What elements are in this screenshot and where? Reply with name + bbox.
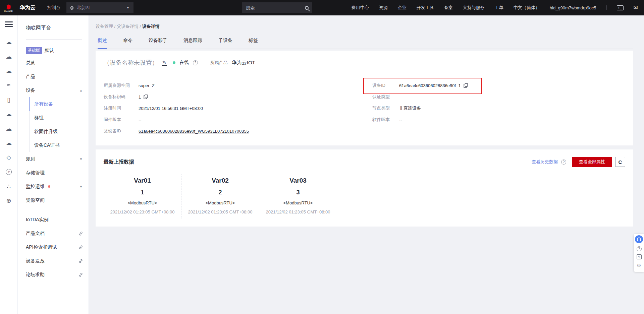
online-status-dot [173,61,175,64]
sidebar-item-storage[interactable]: 存储管理 [18,166,89,180]
field-value: 非直连设备 [399,105,421,111]
edit-name-icon[interactable]: ✎ [162,60,167,66]
tile-type: <ModbusRTU> [259,200,337,205]
field-parent-device-id: 父设备ID 61a6ea4c603606028836e90f_WG593LL07… [104,125,372,137]
huawei-logo-icon[interactable]: HUAWEI [4,4,13,12]
product-link[interactable]: 华为云IOT [232,60,255,66]
sidebar-item-label: 软固件升级 [34,129,58,135]
ip-address-icon[interactable]: IP [0,165,17,179]
view-history-link[interactable]: 查看历史数据 [532,159,558,165]
tab-device-shadow[interactable]: 设备影子 [149,38,167,49]
region-selector[interactable]: 北京四 ▼ [66,2,133,13]
sidebar-item-device-provisioning[interactable]: 设备发放 [18,254,89,268]
sidebar-item-label: API检索和调试 [26,244,57,250]
satisfaction-smiley-icon[interactable]: ☺ [636,262,642,268]
sidebar-item-firmware-upgrade[interactable]: 软固件升级 [29,125,89,138]
floating-helper-bar: ? ✎ ☺ [634,234,644,272]
menu-enterprise[interactable]: 企业 [398,5,407,11]
tab-child-devices[interactable]: 子设备 [218,38,232,49]
sidebar-item-products[interactable]: 产品 [18,70,89,83]
device-info-card: （设备名称未设置） ✎ 在线 ? 所属产品 华为云IOT 所属资源空间 supe… [96,51,633,145]
breadcrumb-current: 设备详情 [142,24,160,29]
cli-terminal-icon[interactable]: >_ [617,5,624,10]
customer-service-icon[interactable] [635,235,643,243]
tab-commands[interactable]: 命令 [123,38,132,49]
divider [41,5,41,10]
sidebar-item-devices[interactable]: 设备 ▲ [18,83,89,97]
sidebar-item-groups[interactable]: 群组 [29,111,89,125]
cloud-dots-icon[interactable]: ☁ [0,49,17,64]
cluster-icon[interactable]: ∴ [0,179,17,193]
cloud-upload-icon[interactable]: ☁ [0,121,17,136]
breadcrumb-parent-device[interactable]: 父设备详情 [117,24,139,29]
tile-name: Var02 [181,177,259,184]
refresh-button[interactable]: C [615,157,625,167]
copy-icon[interactable] [464,83,468,88]
account-id[interactable]: hid_g90m7wbmdrp9oc5 [550,5,596,10]
menu-support[interactable]: 支持与服务 [463,5,485,11]
sidebar-item-all-devices[interactable]: 所有设备 [29,97,89,111]
sidebar-item-overview[interactable]: 总览 [18,56,89,70]
fields-left-column: 所属资源空间 super_Z 设备标识码 1 注册时间 [104,80,372,137]
sidebar-item-rules[interactable]: 规则 ▼ [18,152,89,166]
field-label: 节点类型 [372,105,399,111]
tab-message-trace[interactable]: 消息跟踪 [183,38,202,49]
search-input[interactable] [246,5,305,10]
history-help-icon[interactable]: ? [561,160,566,165]
tab-overview[interactable]: 概述 [98,38,107,49]
plan-name[interactable]: 默认 [45,48,54,54]
brand-title[interactable]: 华为云 [19,4,36,11]
copy-icon[interactable] [144,95,148,99]
sidebar-item-api-explorer[interactable]: API检索和调试 [18,240,89,254]
cloud-lines-icon[interactable]: ☁ [0,64,17,78]
search-icon[interactable] [305,6,309,10]
divider [26,39,82,40]
menu-icp[interactable]: 备案 [444,5,453,11]
tile-value: 1 [104,189,181,196]
huawei-wordmark: HUAWEI [4,10,13,12]
sidebar-item-iotda-instance[interactable]: IoTDA实例 [18,213,89,227]
menu-billing[interactable]: 费用中心 [352,5,369,11]
dashed-divider [104,74,625,74]
sidebar-item-label: 所有设备 [34,101,53,107]
messages-icon[interactable]: ✉ [634,5,638,10]
menu-language[interactable]: 中文（简体） [514,5,540,11]
online-status-text: 在线 [179,60,189,66]
parent-device-id-link[interactable]: 61a6ea4c603606028836e90f_WG593LL07210107… [139,129,249,134]
sidebar-item-product-docs[interactable]: 产品文档 [18,227,89,240]
sidebar-item-label: 产品文档 [26,231,45,237]
breadcrumb: 设备管理 / 父设备详情 / 设备详情 [96,15,633,29]
sidebar-item-resource-space[interactable]: 资源空间 [18,193,89,207]
mobile-device-icon[interactable]: ▯ [0,92,17,107]
menu-devtools[interactable]: 开发工具 [417,5,434,11]
menu-resources[interactable]: 资源 [379,5,388,11]
sidebar-item-label: 产品 [26,74,35,80]
prism-icon[interactable]: ◇ [0,150,17,165]
tab-tags[interactable]: 标签 [249,38,258,49]
waves-icon[interactable]: ≈ [0,78,17,92]
console-link[interactable]: 控制台 [47,5,60,11]
cloud-clock-icon[interactable]: ☁ [0,136,17,150]
status-help-icon[interactable]: ? [193,60,198,65]
menu-tickets[interactable]: 工单 [495,5,503,11]
tile-timestamp: 2021/12/02 01:23:05 GMT+08:00 [259,209,337,214]
view-all-properties-button[interactable]: 查看全部属性 [572,157,612,167]
help-icon[interactable]: ? [637,246,642,251]
global-search[interactable] [242,2,312,13]
chevron-down-icon: ▼ [79,158,83,161]
sidebar-item-monitoring[interactable]: 监控运维 ▼ [18,180,89,193]
field-label: 所属资源空间 [104,82,139,88]
feedback-icon[interactable]: ✎ [637,254,642,259]
globe-icon[interactable]: ⊕ [0,193,17,208]
field-device-code: 设备标识码 1 [104,91,372,103]
sidebar-item-device-ca-cert[interactable]: 设备CA证书 [29,138,89,152]
sidebar-item-forum-help[interactable]: 论坛求助 [18,268,89,281]
hamburger-menu-icon[interactable] [5,21,13,27]
field-auth-type: 认证类型 [372,91,625,103]
cloud-icon[interactable]: ☁ [0,107,17,121]
sidebar: 物联网平台 基础版 默认 总览 产品 设备 ▲ 所有设备 群组 软固件升级 设备… [18,15,89,314]
plan-badge: 基础版 [26,47,42,54]
cloud-server-icon[interactable]: ☁ [0,35,17,49]
sidebar-item-label: 设备 [26,87,35,93]
breadcrumb-device-management[interactable]: 设备管理 [96,24,113,29]
